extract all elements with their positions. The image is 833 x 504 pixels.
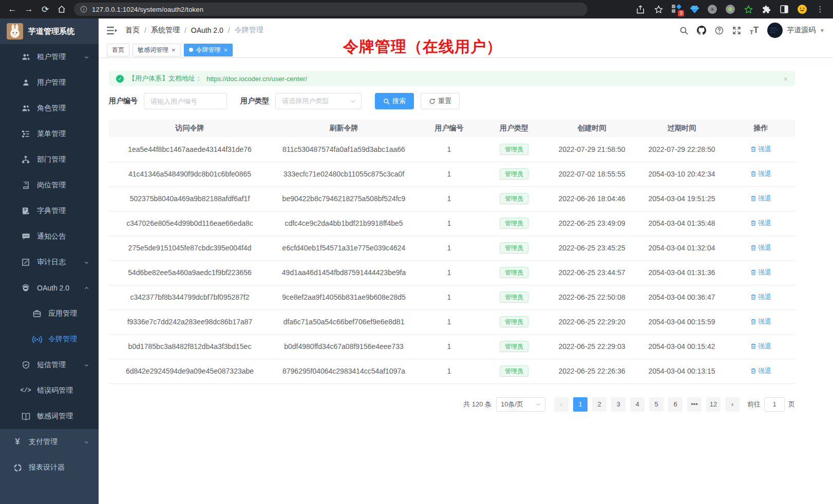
page-more-button[interactable]: ••• xyxy=(687,397,702,412)
share-button[interactable] xyxy=(635,4,646,15)
user-type-select[interactable]: 请选择用户类型 xyxy=(275,93,362,109)
sidebar-item-report[interactable]: 报表设计器 xyxy=(0,455,99,480)
sidebar-item-errcode[interactable]: </> 错误码管理 xyxy=(0,378,99,403)
sidebar-item-notice[interactable]: 通知公告 xyxy=(0,224,99,249)
sidebar-item-role[interactable]: 角色管理 xyxy=(0,95,99,121)
github-link-button[interactable] xyxy=(697,26,706,35)
alert-close-icon[interactable]: × xyxy=(783,74,788,83)
split-view-button[interactable] xyxy=(779,4,790,15)
goto-page-input[interactable] xyxy=(764,397,785,412)
force-logout-button[interactable]: 强退 xyxy=(750,145,771,154)
actions-cell: 强退 xyxy=(727,260,795,285)
user-id-input[interactable] xyxy=(144,93,227,109)
record-extension-icon xyxy=(726,5,735,14)
fullscreen-button[interactable] xyxy=(732,26,741,35)
tab-首页[interactable]: 首页 × xyxy=(107,44,129,56)
extensions-menu-button[interactable] xyxy=(761,4,772,15)
force-logout-button[interactable]: 强退 xyxy=(750,243,771,253)
user-type-label: 用户类型 xyxy=(240,96,269,106)
sidebar-item-menu[interactable]: 菜单管理 xyxy=(0,121,99,147)
created-time-cell: 2022-07-29 21:58:50 xyxy=(547,137,637,162)
app-logo[interactable]: 芋道管理系统 xyxy=(0,18,99,44)
next-page-button[interactable]: › xyxy=(725,397,740,412)
table-row: 41c41346a548490f9dc8b01c6bfe0865 333ecfc… xyxy=(109,162,795,186)
user-id-cell: 1 xyxy=(417,236,481,260)
tab-敏感词管理[interactable]: 敏感词管理 × xyxy=(132,44,181,56)
browser-reload-button[interactable]: ⟳ xyxy=(38,2,52,16)
force-logout-button[interactable]: 强退 xyxy=(750,268,771,277)
chevron-down-icon xyxy=(350,99,356,104)
browser-back-button[interactable]: ← xyxy=(5,2,20,16)
sidebar-item-dept[interactable]: 部门管理 xyxy=(0,147,99,172)
sidebar-item-oauth-token[interactable]: 令牌管理 xyxy=(0,326,99,352)
prev-page-button[interactable]: ‹ xyxy=(554,397,569,412)
help-doc-button[interactable] xyxy=(715,26,724,35)
breadcrumb-oauth[interactable]: OAuth 2.0 xyxy=(191,26,223,34)
created-time-cell: 2022-06-25 22:26:36 xyxy=(547,359,637,383)
goto-label: 前往 xyxy=(747,400,761,409)
doc-link[interactable]: https://doc.iocoder.cn/user-center/ xyxy=(206,75,307,83)
dept-icon xyxy=(21,156,31,164)
expire-time-cell: 2054-03-04 00:15:59 xyxy=(637,309,727,334)
force-logout-button[interactable]: 强退 xyxy=(750,169,771,179)
force-logout-button[interactable]: 强退 xyxy=(750,219,771,228)
force-logout-button[interactable]: 强退 xyxy=(750,317,771,326)
menu-icon xyxy=(21,130,31,138)
page-button-2[interactable]: 2 xyxy=(592,397,607,412)
force-logout-button[interactable]: 强退 xyxy=(750,366,771,376)
trash-icon xyxy=(750,244,756,251)
page-button-1[interactable]: 1 xyxy=(573,397,588,412)
user-menu[interactable]: 芋道源码 ▼ xyxy=(767,23,825,38)
tab-令牌管理[interactable]: 令牌管理 × xyxy=(184,44,233,56)
browser-forward-button[interactable]: → xyxy=(22,2,36,16)
extension-record-button[interactable] xyxy=(725,4,736,15)
page-button-3[interactable]: 3 xyxy=(611,397,626,412)
sidebar-item-sms[interactable]: 短信管理 xyxy=(0,352,99,378)
sidebar-item-tenant[interactable]: 租户管理 xyxy=(0,44,99,70)
page-button-5[interactable]: 5 xyxy=(649,397,664,412)
page-button-12[interactable]: 12 xyxy=(706,397,721,412)
extension-badge: 9 xyxy=(678,10,684,16)
sidebar-item-post[interactable]: 岗位管理 xyxy=(0,172,99,198)
force-logout-button[interactable]: 强退 xyxy=(750,342,771,351)
force-logout-button[interactable]: 强退 xyxy=(750,194,771,203)
extension-grid-button[interactable]: 9 xyxy=(671,4,682,15)
profile-avatar-button[interactable] xyxy=(797,4,808,15)
errcode-icon: </> xyxy=(21,387,31,394)
site-info-icon[interactable] xyxy=(80,6,87,13)
browser-home-button[interactable] xyxy=(54,2,69,16)
access-token-cell: 6d842e2924594de9a09e45e087323abe xyxy=(109,359,271,383)
sidebar-collapse-button[interactable] xyxy=(107,26,117,35)
font-size-button[interactable]: TT xyxy=(750,25,759,35)
sidebar-item-oauth[interactable]: OAuth 2.0 xyxy=(0,275,99,301)
sidebar-item-audit[interactable]: 审计日志 xyxy=(0,249,99,275)
sidebar-item-sensitive[interactable]: 敏感词管理 xyxy=(0,403,99,429)
github-icon xyxy=(697,26,706,35)
pagination-total: 共 120 条 xyxy=(463,400,491,409)
page-button-4[interactable]: 4 xyxy=(630,397,645,412)
breadcrumb-home[interactable]: 首页 xyxy=(125,26,140,35)
address-bar[interactable]: 127.0.0.1:1024/system/oauth2/token xyxy=(74,3,588,16)
sidebar-item-dict[interactable]: 字典管理 xyxy=(0,198,99,224)
app-icon xyxy=(32,309,42,318)
extension-star-button[interactable] xyxy=(743,4,754,15)
bookmark-button[interactable] xyxy=(653,4,664,15)
access-token-cell: 1ea5e44f8bc1467aaede43144f31de76 xyxy=(109,137,271,162)
force-logout-button[interactable]: 强退 xyxy=(750,293,771,302)
page-size-select[interactable]: 10条/页 xyxy=(496,397,545,412)
access-token-cell: b0d1785bc3a8482f812db4a3f3bd15ec xyxy=(109,334,271,359)
reset-button[interactable]: 重置 xyxy=(421,93,460,109)
tab-close-icon[interactable]: × xyxy=(224,47,228,53)
breadcrumb-system[interactable]: 系统管理 xyxy=(151,26,180,35)
search-button[interactable]: 搜索 xyxy=(375,93,414,109)
tab-close-icon[interactable]: × xyxy=(172,47,176,53)
sidebar-item-user[interactable]: 用户管理 xyxy=(0,70,99,95)
page-button-6[interactable]: 6 xyxy=(668,397,683,412)
chevron-down-icon xyxy=(84,260,89,265)
extension-gem-button[interactable] xyxy=(689,4,700,15)
extension-circle-button[interactable]: ✳ xyxy=(707,4,718,15)
browser-menu-button[interactable]: ⋮ xyxy=(815,4,826,15)
sidebar-item-pay[interactable]: ¥ 支付管理 xyxy=(0,429,99,455)
sidebar-item-oauth-app[interactable]: 应用管理 xyxy=(0,301,99,326)
header-search-button[interactable] xyxy=(679,26,688,35)
